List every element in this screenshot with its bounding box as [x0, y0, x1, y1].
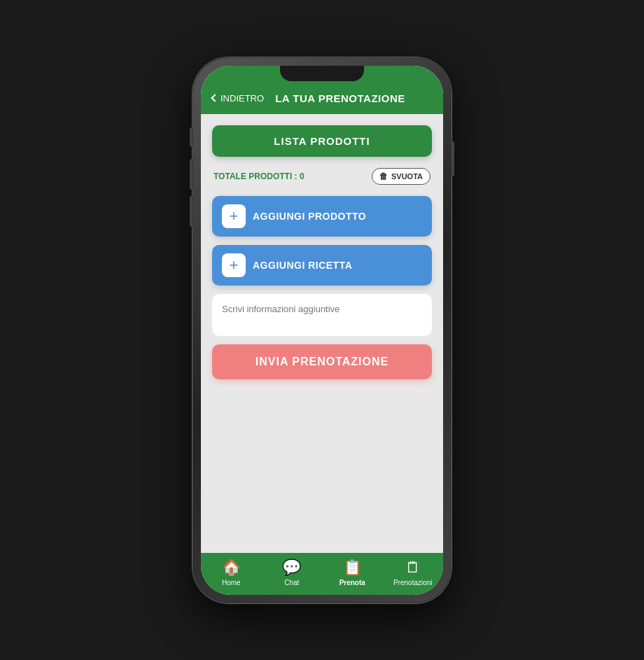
notch: [280, 66, 364, 81]
plus-icon: +: [230, 209, 239, 224]
add-product-button[interactable]: + AGGIUNGI PRODOTTO: [212, 196, 432, 237]
back-button[interactable]: INDIETRO: [212, 93, 264, 104]
nav-item-prenota[interactable]: 📋 Prenota: [331, 559, 373, 587]
trash-icon: 🗑: [379, 171, 388, 181]
prenotazioni-icon: 🗒: [405, 559, 421, 577]
plus-recipe-icon: +: [230, 258, 239, 273]
send-booking-button[interactable]: INVIA PRENOTAZIONE: [212, 344, 432, 379]
add-recipe-button[interactable]: + AGGIUNGI RICETTA: [212, 245, 432, 286]
nav-item-prenotazioni[interactable]: 🗒 Prenotazioni: [392, 559, 434, 587]
nav-item-home[interactable]: 🏠 Home: [210, 559, 252, 587]
add-recipe-icon-box: +: [222, 253, 246, 277]
app-header: INDIETRO LA TUA PRENOTAZIONE: [201, 85, 443, 114]
prenota-icon: 📋: [343, 559, 362, 577]
bottom-nav: 🏠 Home 💬 Chat 📋 Prenota 🗒 Prenotazioni: [201, 553, 443, 595]
nav-item-chat[interactable]: 💬 Chat: [271, 559, 313, 587]
nav-label-home: Home: [222, 579, 241, 587]
page-title: LA TUA PRENOTAZIONE: [275, 92, 405, 104]
chat-icon: 💬: [282, 559, 301, 577]
back-label: INDIETRO: [220, 93, 264, 104]
home-icon: 🏠: [222, 559, 241, 577]
phone-screen: INDIETRO LA TUA PRENOTAZIONE LISTA PRODO…: [201, 66, 443, 595]
notes-input[interactable]: [212, 294, 432, 336]
svuota-label: SVUOTA: [391, 172, 423, 181]
total-label: TOTALE PRODOTTI : 0: [214, 171, 304, 181]
svuota-button[interactable]: 🗑 SVUOTA: [372, 168, 430, 185]
nav-label-prenotazioni: Prenotazioni: [393, 579, 433, 587]
nav-label-prenota: Prenota: [340, 579, 365, 587]
total-row: TOTALE PRODOTTI : 0 🗑 SVUOTA: [212, 165, 432, 188]
chevron-left-icon: [211, 94, 218, 101]
content-area: LISTA PRODOTTI TOTALE PRODOTTI : 0 🗑 SVU…: [201, 114, 443, 553]
phone-frame: INDIETRO LA TUA PRENOTAZIONE LISTA PRODO…: [192, 57, 451, 603]
nav-label-chat: Chat: [284, 579, 299, 587]
add-product-label: AGGIUNGI PRODOTTO: [253, 211, 366, 222]
add-recipe-label: AGGIUNGI RICETTA: [253, 260, 352, 271]
add-product-icon-box: +: [222, 204, 246, 228]
lista-prodotti-button[interactable]: LISTA PRODOTTI: [212, 125, 432, 157]
